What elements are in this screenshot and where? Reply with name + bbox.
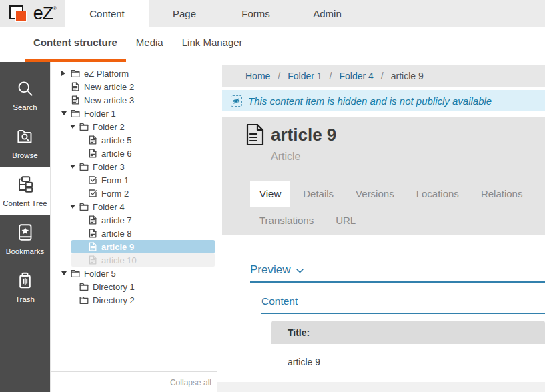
ez-logo-icon: [9, 4, 32, 24]
tab-url[interactable]: URL: [326, 207, 365, 234]
sidebar-item-label: Content Tree: [3, 199, 47, 207]
collapse-arrow-icon[interactable]: [61, 111, 67, 115]
ez-logo[interactable]: eZ®: [0, 0, 65, 27]
expand-arrow-icon[interactable]: [61, 71, 65, 76]
tree-item-label: Folder 4: [93, 202, 125, 212]
content-header: article 9 Article ViewDetailsVersionsLoc…: [222, 117, 545, 235]
sidebar-item-content-tree[interactable]: Content Tree: [0, 167, 50, 215]
tree-item-label: Folder 5: [84, 269, 116, 279]
tree-item-label: article 5: [101, 135, 132, 145]
tree-item-folder-1[interactable]: Folder 1: [51, 107, 217, 120]
tree-item-new-article-2[interactable]: New article 2: [51, 80, 217, 93]
tree-item-label: Form 1: [101, 175, 129, 185]
page-title: article 9: [271, 123, 336, 146]
sidebar-item-label: Bookmarks: [6, 247, 45, 255]
content-tree-panel: eZ PlatformNew article 2New article 3Fol…: [50, 62, 217, 392]
collapse-all-button[interactable]: Collapse all: [170, 378, 211, 387]
tree-item-label: article 7: [101, 215, 132, 225]
tree-item-article-7[interactable]: article 7: [51, 213, 217, 227]
tab-locations[interactable]: Locations: [407, 181, 468, 207]
sidebar-item-bookmarks[interactable]: Bookmarks: [0, 215, 50, 263]
tab-details[interactable]: Details: [294, 181, 343, 207]
hidden-content-notice: This content item is hidden and is not p…: [222, 90, 545, 111]
tree-item-label: Folder 3: [93, 162, 125, 172]
sidebar-item-label: Browse: [12, 151, 37, 159]
subnav-tab-link-manager[interactable]: Link Manager: [173, 27, 251, 62]
logo-orange-square: [15, 11, 27, 22]
registered-mark: ®: [53, 5, 56, 11]
tree-footer: Collapse all: [51, 371, 217, 388]
left-sidebar: SearchBrowseContent TreeBookmarksTrash: [0, 62, 50, 392]
tree-item-folder-2[interactable]: Folder 2: [51, 120, 217, 133]
content-tree-icon: [16, 175, 34, 196]
folder-icon: [79, 282, 89, 291]
form-icon: [88, 189, 97, 198]
tree-item-ez-platform[interactable]: eZ Platform: [51, 67, 217, 80]
tree-item-form-1[interactable]: Form 1: [51, 173, 217, 187]
chevron-down-icon[interactable]: [290, 264, 304, 276]
tab-view[interactable]: View: [250, 181, 290, 207]
tab-translations[interactable]: Translations: [250, 207, 323, 234]
article-icon: [71, 82, 80, 91]
preview-toggle[interactable]: Preview: [250, 263, 290, 277]
article-icon: [88, 229, 97, 238]
tab-versions[interactable]: Versions: [346, 181, 404, 207]
content-section-header: Content: [261, 295, 545, 314]
collapse-arrow-icon[interactable]: [70, 205, 75, 209]
tree-item-directory-2[interactable]: Directory 2: [51, 293, 217, 307]
breadcrumb-folder-4[interactable]: Folder 4: [340, 71, 374, 81]
breadcrumb-separator: /: [278, 71, 280, 81]
subnav-tab-media[interactable]: Media: [127, 27, 172, 62]
folder-icon: [71, 69, 80, 78]
top-tab-content[interactable]: Content: [65, 0, 149, 27]
tree-item-folder-5[interactable]: Folder 5: [51, 267, 217, 280]
breadcrumb-home[interactable]: Home: [245, 71, 270, 81]
subnav-tab-content-structure[interactable]: Content structure: [25, 27, 126, 62]
tree-item-article-9[interactable]: article 9: [51, 240, 217, 253]
collapse-arrow-icon[interactable]: [70, 165, 75, 169]
sub-nav: Content structureMediaLink Manager: [0, 27, 545, 62]
top-tab-forms[interactable]: Forms: [220, 0, 292, 27]
tree-item-article-6[interactable]: article 6: [51, 147, 217, 160]
tree-item-label: Form 2: [101, 189, 129, 199]
form-icon: [88, 175, 97, 185]
tree-item-folder-4[interactable]: Folder 4: [51, 200, 217, 213]
tree-item-label: Folder 2: [93, 122, 125, 132]
folder-icon: [79, 295, 89, 305]
tree-item-new-article-3[interactable]: New article 3: [51, 93, 217, 107]
tree-item-label: article 9: [101, 242, 134, 252]
article-icon: [88, 135, 97, 145]
breadcrumb-separator: /: [381, 71, 384, 81]
tree-item-article-10[interactable]: article 10: [51, 253, 217, 267]
tree-item-form-2[interactable]: Form 2: [51, 187, 217, 200]
tree-item-label: eZ Platform: [84, 69, 129, 79]
field-name-row: Title:: [271, 321, 545, 344]
folder-icon: [79, 162, 89, 171]
content-tabs: ViewDetailsVersionsLocationsRelationsTra…: [250, 181, 545, 234]
tree-item-label: Directory 1: [93, 282, 135, 292]
tab-relations[interactable]: Relations: [472, 181, 532, 207]
top-nav-tabs: ContentPageFormsAdmin: [65, 0, 363, 27]
collapse-arrow-icon[interactable]: [70, 125, 75, 129]
article-icon: [88, 215, 97, 225]
top-tab-admin[interactable]: Admin: [292, 0, 363, 27]
field-value-row: article 9: [271, 344, 545, 380]
logo-text: eZ®: [33, 5, 56, 23]
breadcrumb-folder-1[interactable]: Folder 1: [288, 71, 322, 81]
tree-item-directory-1[interactable]: Directory 1: [51, 280, 217, 293]
article-icon: [88, 149, 97, 158]
tree-item-article-8[interactable]: article 8: [51, 227, 217, 240]
article-icon: [71, 95, 80, 105]
sidebar-item-browse[interactable]: Browse: [0, 119, 50, 167]
bottom-spacer: [217, 382, 545, 392]
search-icon: [16, 79, 34, 100]
sidebar-item-search[interactable]: Search: [0, 71, 50, 119]
sidebar-item-trash[interactable]: Trash: [0, 263, 50, 311]
collapse-arrow-icon[interactable]: [61, 271, 67, 275]
trash-icon: [16, 271, 34, 292]
tree-item-article-5[interactable]: article 5: [51, 133, 217, 147]
tree-item-folder-3[interactable]: Folder 3: [51, 160, 217, 173]
content-section-label: Content: [261, 295, 298, 307]
top-bar: eZ® ContentPageFormsAdmin: [0, 0, 545, 27]
top-tab-page[interactable]: Page: [149, 0, 220, 27]
